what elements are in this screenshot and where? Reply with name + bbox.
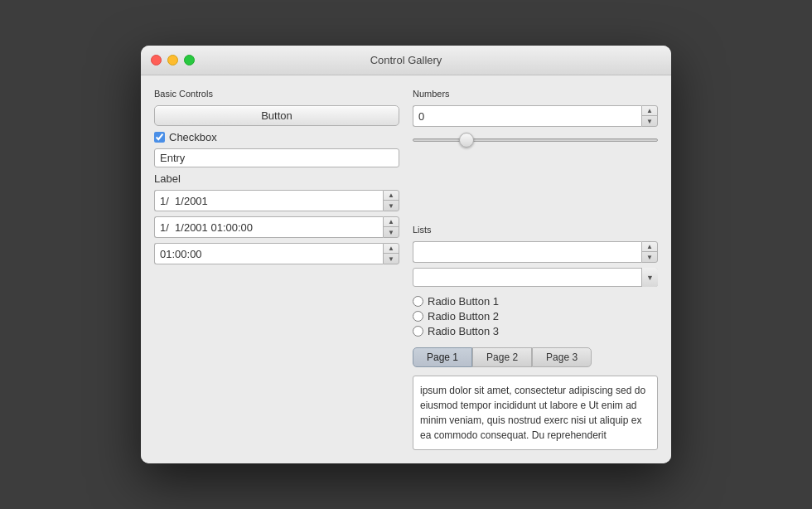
list-select-1[interactable] [413, 241, 641, 263]
tabs-row: Page 1 Page 2 Page 3 [413, 347, 658, 367]
numbers-label: Numbers [413, 89, 658, 99]
numbers-spinner-buttons: ▲ ▼ [641, 105, 658, 127]
time-spinner: ▲ ▼ [154, 243, 399, 264]
tab-page-2[interactable]: Page 2 [472, 347, 532, 367]
tab-content: ipsum dolor sit amet, consectetur adipis… [413, 376, 658, 450]
radio-button-3[interactable] [413, 326, 423, 337]
radio-label-2: Radio Button 2 [428, 310, 499, 322]
radio-row-2: Radio Button 2 [413, 310, 658, 322]
datetime-down-button[interactable]: ▼ [384, 227, 399, 237]
titlebar: Control Gallery [141, 46, 671, 75]
left-panel: Basic Controls Button Checkbox Label ▲ ▼ [154, 89, 399, 450]
numbers-input[interactable] [413, 105, 641, 127]
empty-area [413, 153, 658, 220]
datetime-spinner: ▲ ▼ [154, 216, 399, 238]
radio-label-1: Radio Button 1 [428, 295, 499, 308]
date-spinner-buttons: ▲ ▼ [383, 190, 399, 211]
radio-row-1: Radio Button 1 [413, 295, 658, 308]
list-1-down-button[interactable]: ▼ [642, 252, 657, 262]
entry-input[interactable] [154, 148, 399, 167]
radio-group: Radio Button 1 Radio Button 2 Radio Butt… [413, 295, 658, 337]
datetime-spinner-buttons: ▲ ▼ [383, 216, 399, 238]
tab-page-3[interactable]: Page 3 [532, 347, 592, 367]
maximize-button[interactable] [184, 55, 195, 65]
right-panel: Numbers ▲ ▼ Lists ▲ ▼ [413, 89, 658, 450]
radio-button-1[interactable] [413, 296, 423, 307]
content-area: Basic Controls Button Checkbox Label ▲ ▼ [141, 75, 671, 463]
numbers-down-button[interactable]: ▼ [642, 116, 657, 126]
time-up-button[interactable]: ▲ [384, 244, 399, 254]
tab-page-1[interactable]: Page 1 [413, 347, 472, 367]
button-control[interactable]: Button [154, 105, 399, 126]
window-title: Control Gallery [370, 54, 442, 66]
checkbox-label: Checkbox [169, 131, 217, 143]
basic-controls-label: Basic Controls [154, 89, 399, 99]
date-spinner: ▲ ▼ [154, 190, 399, 211]
datetime-up-button[interactable]: ▲ [384, 217, 399, 227]
list-select-2-wrapper: ▼ [413, 268, 658, 287]
traffic-lights [151, 55, 195, 65]
slider-input[interactable] [413, 132, 658, 148]
label-control: Label [154, 172, 399, 185]
window: Control Gallery Basic Controls Button Ch… [141, 46, 671, 463]
date-up-button[interactable]: ▲ [384, 191, 399, 201]
numbers-up-button[interactable]: ▲ [642, 106, 657, 116]
checkbox-input[interactable] [154, 132, 165, 143]
close-button[interactable] [151, 55, 162, 65]
minimize-button[interactable] [167, 55, 178, 65]
time-input[interactable] [154, 243, 383, 264]
radio-button-2[interactable] [413, 311, 423, 322]
list-select-1-row: ▲ ▼ [413, 241, 658, 263]
list-select-2[interactable] [413, 268, 658, 287]
radio-row-3: Radio Button 3 [413, 325, 658, 337]
list-1-up-button[interactable]: ▲ [642, 242, 657, 252]
time-spinner-buttons: ▲ ▼ [383, 243, 399, 264]
radio-label-3: Radio Button 3 [428, 325, 499, 337]
time-down-button[interactable]: ▼ [384, 254, 399, 264]
list-select-1-buttons: ▲ ▼ [641, 241, 658, 263]
lists-label: Lists [413, 225, 658, 235]
numbers-spinner: ▲ ▼ [413, 105, 658, 127]
date-input[interactable] [154, 190, 383, 211]
datetime-input[interactable] [154, 216, 383, 238]
date-down-button[interactable]: ▼ [384, 201, 399, 211]
checkbox-row: Checkbox [154, 131, 399, 143]
